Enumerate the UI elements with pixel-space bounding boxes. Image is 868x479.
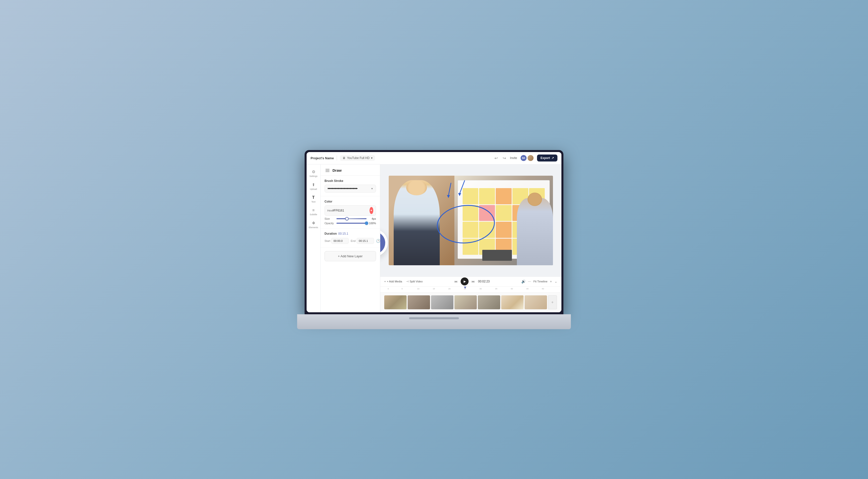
timeline-controls: ⏮ ▶ ⏭ 00:02:23 bbox=[427, 278, 517, 285]
add-layer-button[interactable]: + Add New Layer bbox=[324, 251, 376, 261]
color-swatch[interactable]: ✦ bbox=[370, 207, 373, 214]
size-label: Size bbox=[324, 217, 335, 220]
track-clip-7[interactable] bbox=[525, 295, 547, 309]
track-clip-1[interactable] bbox=[384, 295, 407, 309]
undo-button[interactable]: ↩ bbox=[494, 155, 499, 161]
skip-back-button[interactable]: ⏮ bbox=[454, 280, 458, 283]
laptop-base bbox=[297, 314, 571, 329]
sidebar-item-upload[interactable]: ⬆ Upload bbox=[308, 181, 319, 192]
skip-forward-button[interactable]: ⏭ bbox=[472, 280, 475, 283]
minus-icon: — bbox=[528, 280, 531, 283]
track-clip-6[interactable] bbox=[501, 295, 524, 309]
split-icon: ⊣ bbox=[406, 280, 409, 283]
plus-icon: + bbox=[384, 280, 386, 283]
track-clip-5[interactable] bbox=[478, 295, 500, 309]
add-media-button[interactable]: + + Add Media bbox=[384, 280, 402, 283]
settings-icon: ⚙ bbox=[312, 169, 315, 174]
color-section: Color Hex ✦ Size bbox=[320, 196, 380, 228]
person-head bbox=[406, 180, 427, 196]
split-label: Split Video bbox=[410, 280, 423, 283]
subtitle-icon: ≡ bbox=[312, 208, 315, 213]
time-display: 00:02:23 bbox=[478, 280, 490, 283]
sticky-note bbox=[463, 205, 478, 221]
opacity-slider-thumb[interactable] bbox=[365, 221, 368, 225]
playhead[interactable] bbox=[464, 287, 466, 292]
redo-button[interactable]: ↪ bbox=[502, 155, 507, 161]
track-clip-3[interactable] bbox=[431, 295, 454, 309]
size-slider-thumb[interactable] bbox=[345, 217, 349, 220]
duration-section: Duration 00:15.1 Start End bbox=[320, 228, 380, 248]
start-time-input[interactable] bbox=[331, 238, 349, 244]
zoom-in-button[interactable]: + bbox=[550, 280, 552, 283]
volume-button[interactable]: 🔊 bbox=[521, 280, 526, 283]
timeline-right: 🔊 — Fit Timeline + ⌄ bbox=[521, 280, 557, 283]
duration-time: 00:15.1 bbox=[338, 232, 348, 235]
eyedropper-icon: ✦ bbox=[370, 209, 373, 212]
text-icon: T bbox=[312, 195, 315, 200]
format-label: YouTube Full HD bbox=[347, 156, 370, 160]
stroke-selector[interactable]: ▾ bbox=[324, 185, 376, 193]
left-panel: Draw Brush Stroke ▾ Color bbox=[320, 164, 380, 312]
sidebar-item-subtitle[interactable]: ≡ Subtitle bbox=[308, 206, 319, 218]
clock-icon[interactable]: 🕐 bbox=[376, 239, 380, 243]
invite-button[interactable]: Invite bbox=[510, 156, 517, 160]
sticky-note bbox=[496, 205, 512, 221]
video-scene bbox=[389, 176, 553, 265]
split-video-button[interactable]: ⊣ Split Video bbox=[406, 280, 423, 283]
avatar-group: SK bbox=[520, 155, 534, 161]
opacity-slider-row: Opacity 100% bbox=[324, 222, 376, 225]
stroke-preview bbox=[328, 188, 358, 189]
sticky-note bbox=[463, 222, 478, 238]
timeline-ruler: 0 5 10 15 20 25 30 35 40 45 50 bbox=[380, 286, 561, 292]
avatar-photo bbox=[527, 155, 534, 161]
hex-input[interactable] bbox=[332, 209, 370, 212]
play-button[interactable]: ▶ bbox=[461, 278, 469, 285]
size-value: 4px bbox=[369, 217, 376, 220]
ruler-mark-10: 10 bbox=[417, 288, 419, 290]
header-left: Project's Name 🖥 YouTube Full HD ▾ bbox=[311, 155, 375, 161]
project-name: Project's Name bbox=[311, 156, 334, 160]
canvas-area: ✏ bbox=[380, 164, 561, 277]
size-slider-row: Size 4px bbox=[324, 217, 376, 220]
opacity-slider-fill bbox=[336, 223, 367, 224]
start-label: Start bbox=[324, 240, 330, 242]
sidebar-item-text[interactable]: T Text bbox=[308, 193, 319, 205]
main-canvas: ✏ bbox=[380, 164, 561, 312]
track-clip-2[interactable] bbox=[408, 295, 430, 309]
text-label: Text bbox=[311, 200, 315, 203]
format-badge[interactable]: 🖥 YouTube Full HD ▾ bbox=[340, 155, 375, 161]
person-standing bbox=[394, 180, 440, 265]
ruler-mark-5: 5 bbox=[402, 288, 403, 290]
ruler-mark-50: 50 bbox=[542, 288, 544, 290]
clip-thumbnail-7 bbox=[525, 295, 547, 309]
export-button[interactable]: Export ↗ bbox=[537, 155, 557, 161]
clip-thumbnail-1 bbox=[384, 295, 407, 309]
sidebar-item-settings[interactable]: ⚙ Settings bbox=[308, 167, 319, 180]
header-right: ↩ ↪ Invite SK Export ↗ bbox=[494, 155, 557, 161]
draw-icon-float: ✏ bbox=[380, 229, 388, 257]
brush-stroke-section: Brush Stroke ▾ bbox=[320, 176, 380, 196]
sticky-note bbox=[496, 222, 512, 238]
end-label: End bbox=[351, 240, 355, 242]
end-time-input[interactable] bbox=[356, 238, 374, 244]
add-clip-button[interactable]: + bbox=[548, 295, 557, 309]
sidebar-item-elements[interactable]: ❖ Elements bbox=[308, 219, 319, 231]
ruler-marks: 0 5 10 15 20 25 30 35 40 45 50 bbox=[384, 287, 557, 292]
timeline-bar: + + Add Media ⊣ Split Video ⏮ ▶ ⏭ 00:02:… bbox=[380, 277, 561, 286]
video-preview bbox=[389, 176, 553, 265]
size-slider-track[interactable] bbox=[336, 218, 367, 219]
subtitle-label: Subtitle bbox=[310, 213, 317, 216]
ruler-mark-0: 0 bbox=[388, 288, 389, 290]
upload-icon: ⬆ bbox=[312, 182, 315, 187]
playhead-triangle bbox=[464, 287, 466, 289]
color-label: Color bbox=[324, 200, 376, 203]
ruler-mark-35: 35 bbox=[495, 288, 497, 290]
hamburger-menu[interactable] bbox=[324, 168, 331, 173]
add-media-label: + Add Media bbox=[387, 280, 402, 283]
track-clip-4[interactable] bbox=[455, 295, 477, 309]
opacity-slider-track[interactable] bbox=[336, 223, 367, 224]
color-input-box: Hex ✦ bbox=[324, 205, 376, 216]
chevron-down-icon: ▾ bbox=[371, 156, 373, 160]
collapse-button[interactable]: ⌄ bbox=[554, 280, 557, 283]
panel-title: Draw bbox=[333, 168, 342, 172]
